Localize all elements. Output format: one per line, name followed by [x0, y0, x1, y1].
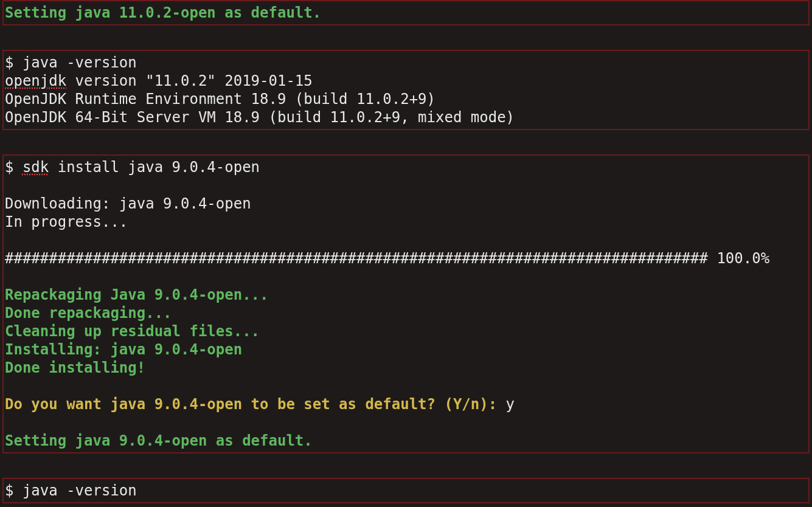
terminal-block-1: Setting java 11.0.2-open as default. — [2, 0, 810, 26]
command-line: $ sdk install java 9.0.4-open — [5, 158, 807, 176]
done-repackaging-line: Done repackaging... — [5, 304, 807, 322]
repackaging-line: Repackaging Java 9.0.4-open... — [5, 286, 807, 304]
openjdk-version-line: openjdk version "11.0.2" 2019-01-15 — [5, 72, 807, 90]
setting-default-line: Setting java 9.0.4-open as default. — [5, 432, 807, 450]
blank-line — [5, 176, 807, 195]
openjdk-word: openjdk — [5, 72, 66, 89]
runtime-line: OpenJDK Runtime Environment 18.9 (build … — [5, 90, 807, 108]
default-prompt-text: Do you want java 9.0.4-open to be set as… — [5, 396, 506, 413]
vm-line: OpenJDK 64-Bit Server VM 18.9 (build 11.… — [5, 108, 807, 126]
blank-line — [5, 377, 807, 395]
prompt: $ — [5, 482, 23, 499]
command-text: java -version — [23, 482, 137, 499]
blank-line — [5, 231, 807, 249]
command-line: $ java -version — [5, 481, 807, 500]
openjdk-rest: version "11.0.2" 2019-01-15 — [66, 72, 313, 89]
progress-bar-line: ########################################… — [5, 249, 807, 267]
in-progress-line: In progress... — [5, 213, 807, 231]
terminal-block-2: $ java -version openjdk version "11.0.2"… — [2, 50, 810, 130]
prompt: $ — [5, 159, 23, 176]
answer-text: y — [506, 396, 515, 413]
done-installing-line: Done installing! — [5, 359, 807, 377]
command-text: java -version — [23, 54, 137, 71]
blank-line — [5, 413, 807, 432]
setting-default-line: Setting java 11.0.2-open as default. — [5, 4, 807, 22]
downloading-line: Downloading: java 9.0.4-open — [5, 195, 807, 213]
sdk-word: sdk — [23, 159, 49, 176]
command-rest: install java 9.0.4-open — [49, 159, 260, 176]
terminal-block-4: $ java -version — [2, 478, 810, 503]
installing-line: Installing: java 9.0.4-open — [5, 340, 807, 359]
blank-line — [5, 267, 807, 286]
default-prompt-line: Do you want java 9.0.4-open to be set as… — [5, 395, 807, 413]
command-line: $ java -version — [5, 53, 807, 72]
prompt: $ — [5, 54, 23, 71]
cleaning-line: Cleaning up residual files... — [5, 322, 807, 340]
terminal-block-3: $ sdk install java 9.0.4-open Downloadin… — [2, 154, 810, 454]
